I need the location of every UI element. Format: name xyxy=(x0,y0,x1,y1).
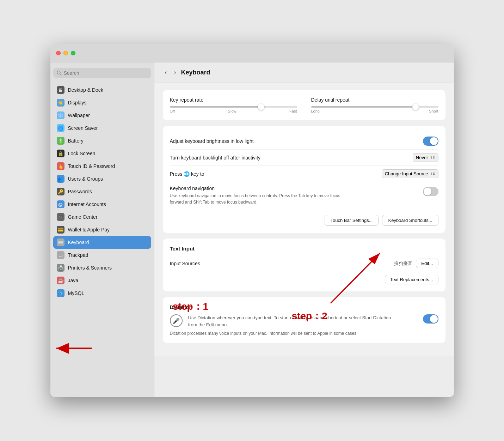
wallet-applepay-icon: 💳 xyxy=(57,226,64,234)
sidebar-item-screen-saver[interactable]: 🌀Screen Saver xyxy=(53,122,151,134)
brightness-label: Adjust keyboard brightness in low light xyxy=(170,138,254,144)
sidebar-item-trackpad[interactable]: ▭Trackpad xyxy=(53,249,151,261)
dictation-description: Use Dictation wherever you can type text… xyxy=(188,314,400,328)
sidebar-item-label-java: Java xyxy=(68,278,79,283)
mysql-icon: 🐬 xyxy=(57,289,64,297)
sidebar-item-label-battery: Battery xyxy=(68,138,84,144)
sidebar-item-label-trackpad: Trackpad xyxy=(68,252,88,258)
java-icon: ☕ xyxy=(57,277,64,284)
printers-scanners-icon: 🖨️ xyxy=(57,264,64,272)
sidebar-item-desktop-dock[interactable]: 🖥Desktop & Dock xyxy=(53,84,151,96)
search-bar[interactable] xyxy=(53,68,151,78)
forward-button[interactable]: › xyxy=(172,68,178,77)
main-header: ‹ › Keyboard xyxy=(154,62,454,83)
sidebar-item-label-wallpaper: Wallpaper xyxy=(68,113,90,118)
screen-saver-icon: 🌀 xyxy=(57,124,64,132)
brightness-row: Adjust keyboard brightness in low light xyxy=(170,133,438,150)
displays-icon: ☀️ xyxy=(57,99,64,107)
delay-repeat-thumb[interactable] xyxy=(412,104,419,110)
sidebar-nav: 🖥Desktop & Dock☀️Displays❄️Wallpaper🌀Scr… xyxy=(53,84,151,300)
keyboard-nav-content: Keyboard navigation Use keyboard navigat… xyxy=(170,186,346,205)
text-input-title: Text Input xyxy=(170,246,438,252)
sidebar-item-battery[interactable]: 🔋Battery xyxy=(53,134,151,147)
sidebar-item-java[interactable]: ☕Java xyxy=(53,274,151,287)
edit-input-sources-button[interactable]: Edit... xyxy=(416,259,438,268)
sidebar-item-label-keyboard: Keyboard xyxy=(68,240,89,245)
sidebar-item-label-lock-screen: Lock Screen xyxy=(68,151,96,156)
sidebar-item-label-game-center: Game Center xyxy=(68,214,98,220)
titlebar xyxy=(50,44,454,62)
delay-repeat-label: Delay until repeat xyxy=(311,97,438,103)
sidebar-item-game-center[interactable]: 🎮Game Center xyxy=(53,211,151,223)
sidebar-item-label-printers-scanners: Printers & Scanners xyxy=(68,265,112,271)
text-input-card: Text Input Input Sources 搜狗拼音 Edit... Te… xyxy=(163,238,445,291)
input-sources-value: 搜狗拼音 xyxy=(394,260,412,267)
sidebar-item-internet-accounts[interactable]: @Internet Accounts xyxy=(53,198,151,211)
globe-key-label: Press 🌐 key to xyxy=(170,171,204,177)
passwords-icon: 🔑 xyxy=(57,188,64,195)
backlight-label: Turn keyboard backlight off after inacti… xyxy=(170,155,261,161)
dictation-toggle[interactable] xyxy=(423,314,438,324)
settings-window: 🖥Desktop & Dock☀️Displays❄️Wallpaper🌀Scr… xyxy=(50,44,454,397)
backlight-row: Turn keyboard backlight off after inacti… xyxy=(170,150,438,166)
touch-bar-settings-button[interactable]: Touch Bar Settings... xyxy=(325,215,379,226)
main-panel-wrapper: ‹ › Keyboard Key repeat rate xyxy=(154,62,454,397)
wallpaper-icon: ❄️ xyxy=(57,111,64,119)
key-repeat-group: Key repeat rate Off Slow Fast xyxy=(170,97,297,113)
back-button[interactable]: ‹ xyxy=(163,68,169,77)
sidebar-item-label-users-groups: Users & Groups xyxy=(68,176,103,182)
sliders-row: Key repeat rate Off Slow Fast xyxy=(170,97,438,113)
brightness-toggle[interactable] xyxy=(423,137,438,146)
globe-icon: 🌐 xyxy=(184,171,190,177)
dictation-title: Dictation xyxy=(170,304,438,310)
close-button[interactable] xyxy=(56,51,61,55)
keyboard-shortcuts-button[interactable]: Keyboard Shortcuts... xyxy=(382,215,438,226)
key-repeat-labels: Off Slow Fast xyxy=(170,109,297,113)
key-repeat-track xyxy=(170,106,297,108)
maximize-button[interactable] xyxy=(71,51,75,55)
sidebar-item-keyboard[interactable]: ⌨️Keyboard xyxy=(53,236,151,249)
sidebar-item-wallpaper[interactable]: ❄️Wallpaper xyxy=(53,109,151,122)
sidebar-item-label-mysql: MySQL xyxy=(68,290,85,296)
delay-repeat-labels: Long Short xyxy=(311,109,438,113)
key-repeat-label: Key repeat rate xyxy=(170,97,297,103)
text-replacements-button[interactable]: Text Replacements... xyxy=(385,275,438,284)
input-sources-label: Input Sources xyxy=(170,261,200,266)
sidebar-item-label-screen-saver: Screen Saver xyxy=(68,125,98,131)
sidebar-item-label-wallet-applepay: Wallet & Apple Pay xyxy=(68,227,110,232)
key-repeat-card: Key repeat rate Off Slow Fast xyxy=(163,90,445,120)
dictation-row: 🎤 Use Dictation wherever you can type te… xyxy=(170,314,438,328)
sidebar-item-label-touch-id: Touch ID & Password xyxy=(68,163,115,169)
desktop-dock-icon: 🖥 xyxy=(57,86,64,94)
sidebar: 🖥Desktop & Dock☀️Displays❄️Wallpaper🌀Scr… xyxy=(50,62,154,397)
users-groups-icon: 👥 xyxy=(57,175,64,183)
input-sources-row: Input Sources 搜狗拼音 Edit... xyxy=(170,256,438,271)
sidebar-item-passwords[interactable]: 🔑Passwords xyxy=(53,185,151,198)
keyboard-nav-label: Keyboard navigation xyxy=(170,186,346,191)
sidebar-item-users-groups[interactable]: 👥Users & Groups xyxy=(53,173,151,185)
sidebar-item-wallet-applepay[interactable]: 💳Wallet & Apple Pay xyxy=(53,223,151,236)
sidebar-item-label-passwords: Passwords xyxy=(68,189,92,194)
sidebar-item-label-displays: Displays xyxy=(68,100,87,105)
sidebar-item-touch-id[interactable]: 👆Touch ID & Password xyxy=(53,160,151,173)
search-icon xyxy=(57,71,62,75)
main-content: Key repeat rate Off Slow Fast xyxy=(154,83,454,356)
globe-key-row: Press 🌐 key to Change Input Source ⬆⬇ xyxy=(170,166,438,182)
game-center-icon: 🎮 xyxy=(57,213,64,221)
keyboard-options-card: Adjust keyboard brightness in low light … xyxy=(163,126,445,233)
delay-repeat-track xyxy=(311,106,438,108)
sidebar-item-displays[interactable]: ☀️Displays xyxy=(53,96,151,109)
sidebar-item-mysql[interactable]: 🐬MySQL xyxy=(53,287,151,300)
keyboard-buttons-row: Touch Bar Settings... Keyboard Shortcuts… xyxy=(170,215,438,226)
globe-key-select[interactable]: Change Input Source ⬆⬇ xyxy=(382,169,438,178)
delay-repeat-group: Delay until repeat Long Short xyxy=(311,97,438,113)
backlight-select[interactable]: Never ⬆⬇ xyxy=(413,153,438,162)
trackpad-icon: ▭ xyxy=(57,251,64,259)
sidebar-item-lock-screen[interactable]: 🔒Lock Screen xyxy=(53,147,151,160)
minimize-button[interactable] xyxy=(63,51,68,55)
search-input[interactable] xyxy=(64,70,148,76)
internet-accounts-icon: @ xyxy=(57,200,64,208)
sidebar-item-printers-scanners[interactable]: 🖨️Printers & Scanners xyxy=(53,261,151,274)
keyboard-nav-toggle[interactable] xyxy=(423,187,438,196)
dictation-card: Dictation 🎤 Use Dictation wherever you c… xyxy=(163,297,445,343)
